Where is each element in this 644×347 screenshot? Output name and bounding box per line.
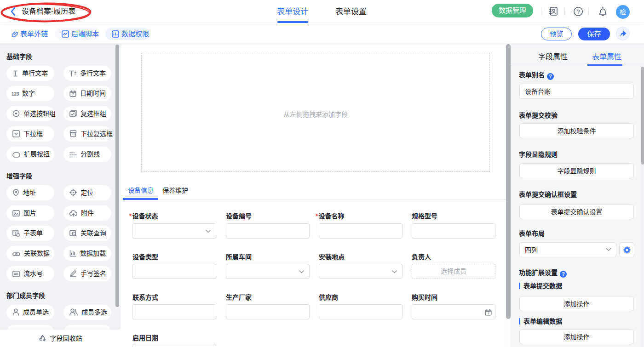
svg-text:?: ? [576, 8, 580, 15]
svg-text:7: 7 [487, 311, 489, 315]
svg-text:7: 7 [72, 92, 74, 97]
